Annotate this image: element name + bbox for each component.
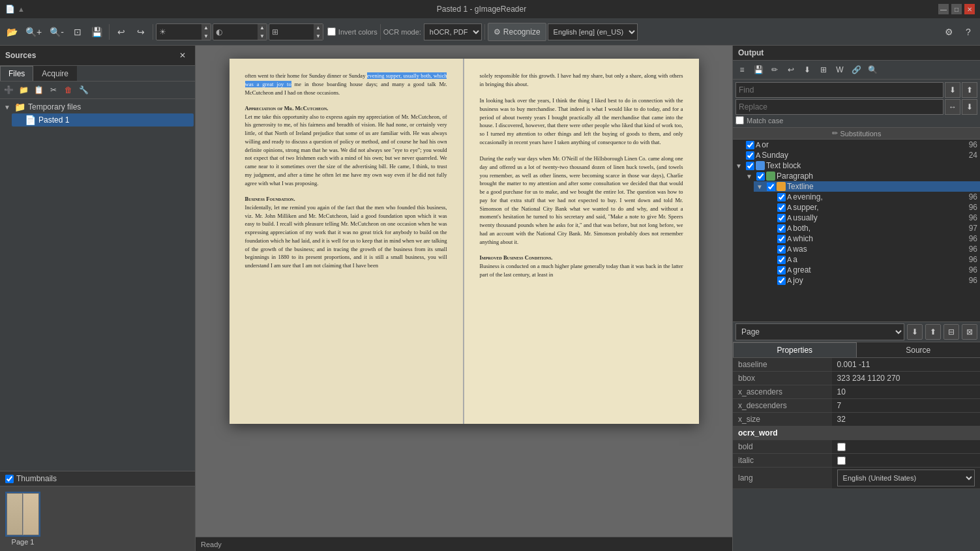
word-was-checkbox[interactable] [777, 245, 786, 254]
minimize-button[interactable]: — [938, 4, 949, 14]
zoom-in-button[interactable]: 🔍+ [22, 23, 45, 41]
output-clear-button[interactable]: ⬇ [799, 62, 815, 78]
save-button[interactable]: 💾 [88, 23, 106, 41]
output-menu-button[interactable]: ≡ [734, 62, 750, 78]
tree-item-or[interactable]: A or 96 [733, 140, 980, 150]
match-case-checkbox[interactable] [735, 116, 744, 125]
properties-table: baseline 0.001 -11 bbox 323 234 1120 270… [733, 358, 980, 489]
zoom-down-button[interactable]: ▼ [201, 32, 211, 40]
open-file-button[interactable]: 📁 [16, 83, 31, 97]
ocr-mode-select[interactable]: hOCR, PDF hOCR PDF Text [424, 23, 482, 40]
tree-word-evening[interactable]: A evening, 96 [764, 192, 980, 202]
word-a-checkbox[interactable] [777, 256, 786, 264]
textline-checkbox[interactable] [767, 183, 775, 191]
undo-button[interactable]: ↩ [112, 23, 130, 41]
prop-label-x_ascenders: x_ascenders [733, 385, 832, 399]
tab-source[interactable]: Source [857, 342, 981, 357]
output-append-button[interactable]: W [832, 62, 848, 78]
sources-close-button[interactable]: ✕ [175, 48, 190, 63]
tree-item-paragraph[interactable]: ▼ Paragraph [743, 171, 980, 181]
tab-acquire[interactable]: Acquire [33, 66, 77, 81]
close-button[interactable]: ✕ [964, 4, 975, 14]
tree-item-or-checkbox[interactable] [746, 141, 754, 149]
find-input[interactable] [735, 82, 943, 98]
word-supper-checkbox[interactable] [777, 203, 786, 212]
sources-toolbar: ➕ 📁 📋 ✂ 🗑 🔧 [0, 82, 195, 99]
find-prev-button[interactable]: ⬆ [962, 82, 977, 98]
open-button[interactable]: 📂 [3, 23, 21, 41]
resolution-up-button[interactable]: ▲ [314, 23, 323, 32]
brightness-down-button[interactable]: ▼ [258, 32, 267, 40]
word-evening-checkbox[interactable] [777, 193, 786, 201]
word-great-checkbox[interactable] [777, 266, 786, 275]
tree-item-textline[interactable]: ▼ Textline [754, 181, 980, 192]
page-select[interactable]: Page [735, 323, 904, 340]
thumbnails-checkbox[interactable] [5, 475, 14, 483]
add-file-button[interactable]: ➕ [1, 83, 16, 97]
thumbnail-page1[interactable]: Page 1 [5, 492, 40, 546]
nav-split-button[interactable]: ⊠ [962, 324, 977, 340]
word-which-checkbox[interactable] [777, 235, 786, 243]
brightness-input[interactable]: 0 [225, 26, 258, 38]
textblock-label: Text block [766, 161, 977, 170]
italic-checkbox[interactable] [837, 456, 846, 465]
tree-item-pasted1[interactable]: 📄 Pasted 1 [12, 113, 194, 127]
tree-word-was[interactable]: A was 96 [764, 244, 980, 254]
cut-button[interactable]: ✂ [46, 83, 61, 97]
tree-item-textblock[interactable]: ▼ Text block [733, 160, 980, 171]
tree-item-temporary-files[interactable]: ▼ 📁 Temporary files [1, 100, 194, 113]
tree-word-supper[interactable]: A supper, 96 [764, 202, 980, 213]
replace-input[interactable] [735, 99, 943, 115]
tree-word-usually[interactable]: A usually 96 [764, 213, 980, 223]
replace-all-button[interactable]: ⬇ [962, 99, 977, 115]
redo-button[interactable]: ↪ [132, 23, 150, 41]
tab-files[interactable]: Files [0, 66, 33, 81]
bold-checkbox[interactable] [837, 443, 846, 451]
tree-word-which[interactable]: A which 96 [764, 233, 980, 244]
lang-dropdown[interactable]: English (United States) French (France) … [837, 469, 975, 486]
output-tree[interactable]: A or 96 A Sunday 24 ▼ Text block [733, 140, 980, 322]
resolution-input[interactable]: 100 [281, 26, 314, 38]
replace-button[interactable]: ↔ [945, 99, 960, 115]
scan-button[interactable]: 🔧 [76, 83, 91, 97]
brightness-up-button[interactable]: ▲ [258, 23, 267, 32]
thumbnails-header[interactable]: Thumbnails [0, 471, 195, 486]
tree-item-sunday-checkbox[interactable] [746, 151, 754, 160]
prop-row-x_size: x_size 32 [733, 413, 980, 426]
paste-button[interactable]: 📋 [31, 83, 46, 97]
word-usually-checkbox[interactable] [777, 214, 786, 222]
nav-align-button[interactable]: ⊟ [943, 324, 959, 340]
tree-word-joy[interactable]: A joy 96 [764, 275, 980, 286]
nav-up-button[interactable]: ⬆ [925, 324, 941, 340]
help-button[interactable]: ? [959, 23, 977, 41]
paragraph-checkbox[interactable] [756, 172, 765, 181]
invert-colors-checkbox[interactable] [327, 27, 336, 36]
tree-word-both[interactable]: A both, 97 [764, 223, 980, 233]
delete-button[interactable]: 🗑 [61, 83, 76, 97]
output-copy-button[interactable]: ⊞ [816, 62, 831, 78]
output-edit-button[interactable]: ✏ [767, 62, 782, 78]
output-save-button[interactable]: 💾 [750, 62, 766, 78]
settings-button[interactable]: ⚙ [940, 23, 958, 41]
zoom-reset-button[interactable]: ⊡ [68, 23, 87, 41]
image-viewport[interactable]: often went to their home for Sunday dinn… [196, 46, 732, 537]
tab-properties[interactable]: Properties [733, 342, 857, 357]
language-select[interactable]: English [eng] (en_US) French [fra] Germa… [548, 23, 638, 40]
recognize-button[interactable]: ⚙ Recognize [488, 23, 546, 41]
word-both-checkbox[interactable] [777, 224, 786, 233]
zoom-up-button[interactable]: ▲ [201, 23, 211, 32]
tree-item-sunday[interactable]: A Sunday 24 [733, 150, 980, 160]
output-find-button[interactable]: 🔍 [865, 62, 880, 78]
textblock-checkbox[interactable] [746, 162, 754, 170]
output-undo-button[interactable]: ↩ [783, 62, 799, 78]
tree-word-a[interactable]: A a 96 [764, 254, 980, 265]
zoom-out-button[interactable]: 🔍- [46, 23, 67, 41]
nav-down-button[interactable]: ⬇ [907, 324, 923, 340]
maximize-button[interactable]: □ [951, 4, 962, 14]
output-link-button[interactable]: 🔗 [848, 62, 864, 78]
word-joy-checkbox[interactable] [777, 276, 786, 285]
zoom-value-input[interactable]: 0.0 [169, 26, 201, 38]
find-next-button[interactable]: ⬇ [945, 82, 960, 98]
resolution-down-button[interactable]: ▼ [314, 32, 323, 40]
tree-word-great[interactable]: A great 96 [764, 265, 980, 275]
